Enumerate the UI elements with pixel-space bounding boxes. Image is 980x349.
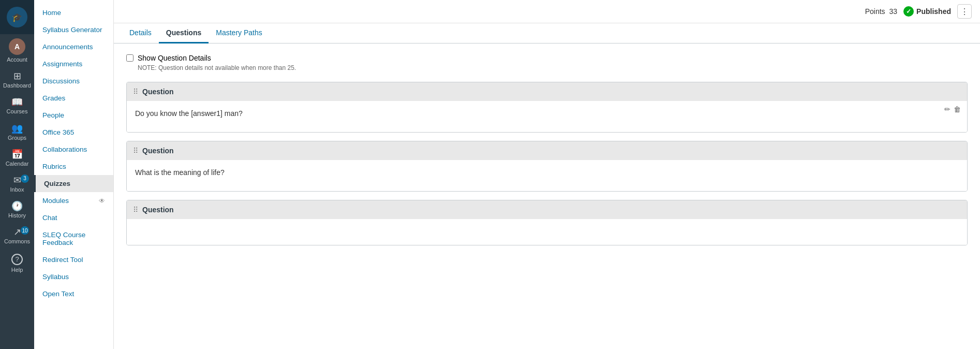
published-badge: ✓ Published xyxy=(903,6,951,17)
drag-handle-1[interactable]: ⠿ xyxy=(133,88,138,96)
nav-label-inbox: Inbox xyxy=(10,186,24,193)
sidebar-item-assignments[interactable]: Assignments xyxy=(34,55,113,72)
inbox-icon: ✉ xyxy=(13,176,21,185)
sidebar-item-open-text[interactable]: Open Text xyxy=(34,285,113,302)
avatar: A xyxy=(9,38,25,55)
sidebar-item-rubrics[interactable]: Rubrics xyxy=(34,158,113,175)
nav-item-commons[interactable]: ↗ 10 Commons xyxy=(0,223,34,249)
sidebar-item-syllabus-generator[interactable]: Syllabus Generator xyxy=(34,21,113,38)
question-header-1: ⠿ Question xyxy=(127,82,967,101)
sidebar-item-sleq[interactable]: SLEQ Course Feedback xyxy=(34,226,113,251)
icon-nav: 🎓 A Account ⊞ Dashboard 📖 Courses 👥 Grou… xyxy=(0,0,34,349)
question-text-1: Do you know the [answer1] man? xyxy=(135,109,959,118)
inbox-badge: 3 xyxy=(21,174,29,183)
nav-label-calendar: Calendar xyxy=(6,161,29,167)
points-label: Points 33 xyxy=(865,7,897,16)
nav-item-dashboard[interactable]: ⊞ Dashboard xyxy=(0,67,34,93)
sidebar-item-home[interactable]: Home xyxy=(34,4,113,21)
question-body-1: ✏ 🗑 Do you know the [answer1] man? xyxy=(127,101,967,132)
question-title-1: Question xyxy=(142,88,174,96)
svg-text:🎓: 🎓 xyxy=(12,12,22,22)
question-card-2: ⠿ Question What is the meaning of life? xyxy=(126,141,968,192)
nav-label-history: History xyxy=(8,212,26,219)
main-content: Points 33 ✓ Published ⋮ Details Question… xyxy=(114,0,980,349)
show-details-checkbox[interactable] xyxy=(126,54,133,62)
nav-item-calendar[interactable]: 📅 Calendar xyxy=(0,146,34,171)
nav-item-help[interactable]: ? Help xyxy=(0,250,34,278)
question-card-3: ⠿ Question xyxy=(126,200,968,245)
delete-icon-1[interactable]: 🗑 xyxy=(954,105,961,113)
sidebar-item-people[interactable]: People xyxy=(34,107,113,124)
commons-icon: ↗ xyxy=(13,227,21,237)
drag-handle-2[interactable]: ⠿ xyxy=(133,147,138,155)
groups-icon: 👥 xyxy=(11,124,23,133)
question-header-2: ⠿ Question xyxy=(127,141,967,160)
nav-label-commons: Commons xyxy=(4,238,30,245)
nav-label-help: Help xyxy=(11,267,23,273)
sidebar-item-modules[interactable]: Modules 👁 xyxy=(34,192,113,209)
commons-badge: 10 xyxy=(21,226,29,235)
nav-label-groups: Groups xyxy=(8,135,26,141)
help-icon: ? xyxy=(11,254,23,265)
question-title-2: Question xyxy=(142,147,174,155)
show-details-note: NOTE: Question details not available whe… xyxy=(138,64,968,71)
show-details-row: Show Question Details NOTE: Question det… xyxy=(126,54,968,71)
show-details-checkbox-row: Show Question Details xyxy=(126,54,968,62)
nav-item-history[interactable]: 🕐 History xyxy=(0,197,34,223)
tabs-bar: Details Questions Mastery Paths xyxy=(114,23,980,43)
question-actions-1: ✏ 🗑 xyxy=(944,105,961,113)
nav-label-account: Account xyxy=(7,56,27,63)
question-body-2: What is the meaning of life? xyxy=(127,160,967,191)
nav-item-account[interactable]: A Account xyxy=(0,34,34,67)
sidebar-item-redirect[interactable]: Redirect Tool xyxy=(34,251,113,268)
sidebar-item-collaborations[interactable]: Collaborations xyxy=(34,141,113,158)
side-nav: Home Syllabus Generator Announcements As… xyxy=(34,0,114,349)
show-details-label[interactable]: Show Question Details xyxy=(138,54,211,62)
nav-label-courses: Courses xyxy=(7,108,28,115)
more-options-button[interactable]: ⋮ xyxy=(957,4,972,19)
drag-handle-3[interactable]: ⠿ xyxy=(133,206,138,214)
sidebar-item-discussions[interactable]: Discussions xyxy=(34,72,113,90)
tab-details[interactable]: Details xyxy=(122,23,159,43)
nav-item-courses[interactable]: 📖 Courses xyxy=(0,93,34,119)
edit-icon-1[interactable]: ✏ xyxy=(944,105,951,113)
header-bar: Points 33 ✓ Published ⋮ xyxy=(114,0,980,23)
content-area: Show Question Details NOTE: Question det… xyxy=(114,43,980,349)
published-check-icon: ✓ xyxy=(903,6,914,17)
tab-questions[interactable]: Questions xyxy=(159,23,209,43)
sidebar-item-syllabus[interactable]: Syllabus xyxy=(34,268,113,285)
courses-icon: 📖 xyxy=(11,97,23,107)
sidebar-item-announcements[interactable]: Announcements xyxy=(34,38,113,55)
question-header-3: ⠿ Question xyxy=(127,200,967,219)
sidebar-item-chat[interactable]: Chat xyxy=(34,209,113,226)
question-text-2: What is the meaning of life? xyxy=(135,168,959,177)
sidebar-item-grades[interactable]: Grades xyxy=(34,90,113,107)
tab-mastery-paths[interactable]: Mastery Paths xyxy=(209,23,269,43)
nav-item-inbox[interactable]: ✉ 3 Inbox xyxy=(0,171,34,197)
question-card-1: ⠿ Question ✏ 🗑 Do you know the [answer1]… xyxy=(126,82,968,133)
logo[interactable]: 🎓 xyxy=(0,0,34,34)
logo-image: 🎓 xyxy=(6,6,28,28)
question-body-3 xyxy=(127,219,967,245)
more-icon: ⋮ xyxy=(960,7,969,17)
dashboard-icon: ⊞ xyxy=(13,71,21,81)
sidebar-item-quizzes[interactable]: Quizzes xyxy=(34,175,113,192)
modules-visibility-icon: 👁 xyxy=(99,197,105,205)
nav-label-dashboard: Dashboard xyxy=(3,82,31,89)
calendar-icon: 📅 xyxy=(11,150,23,159)
published-label: Published xyxy=(916,7,951,16)
question-title-3: Question xyxy=(142,206,174,214)
sidebar-item-office365[interactable]: Office 365 xyxy=(34,124,113,141)
nav-item-groups[interactable]: 👥 Groups xyxy=(0,120,34,146)
history-icon: 🕐 xyxy=(11,201,23,211)
